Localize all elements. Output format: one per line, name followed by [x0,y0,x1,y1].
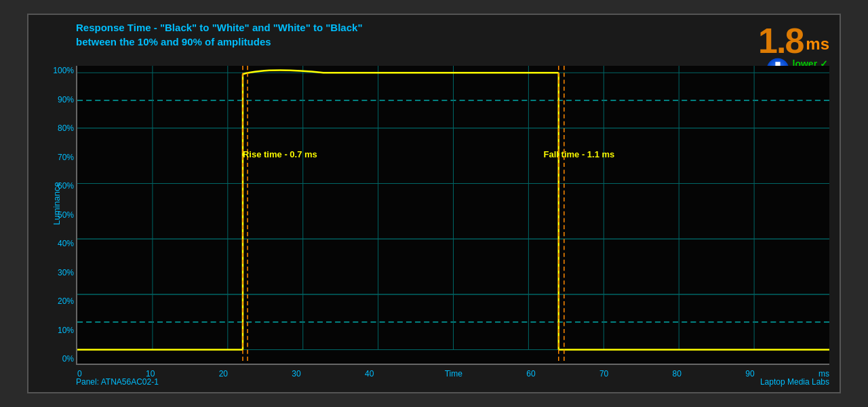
panel-label: Panel: ATNA56AC02-1 [76,377,159,387]
brand-label: Laptop Media Labs [760,377,829,387]
y-axis-ticks: 100% 90% 80% 70% 60% 50% 40% 30% 20% 10%… [47,66,74,364]
result-badge: 1.8 ms [758,20,829,61]
x-axis-ticks: 0 10 20 30 40 Time 60 70 80 90 ms [77,369,829,379]
chart-svg [77,66,829,364]
chart-area: 100% 90% 80% 70% 60% 50% 40% 30% 20% 10%… [76,66,829,365]
chart-title: Response Time - "Black" to "White" and "… [76,20,731,49]
result-unit: ms [806,35,829,54]
fall-time-label: Fall time - 1.1 ms [544,149,615,159]
main-container: Response Time - "Black" to "White" and "… [27,14,841,393]
rise-time-label: Rise time - 0.7 ms [243,149,317,159]
result-value: 1.8 [758,20,803,61]
